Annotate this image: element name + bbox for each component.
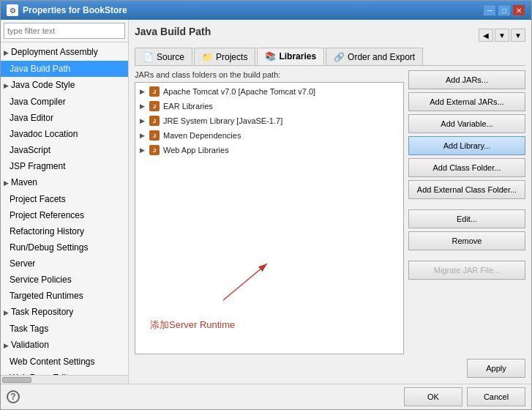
add-jars-button[interactable]: Add JARs... — [408, 70, 525, 89]
tree-item-java-editor[interactable]: Java Editor — [1, 110, 128, 126]
scrollbar-thumb — [2, 377, 31, 383]
tab-libraries-label: Libraries — [279, 51, 316, 61]
order-export-tab-icon: 🔗 — [334, 52, 345, 62]
tree-arrow: ▶ — [4, 176, 11, 190]
annotation-arrow — [150, 256, 311, 329]
tree-item-service-policies[interactable]: Service Policies — [1, 272, 128, 288]
tree-item-deployment-assembly[interactable]: ▶Deployment Assembly — [1, 44, 128, 61]
jar-icon: J — [149, 130, 160, 141]
tree-item-task-tags[interactable]: Task Tags — [1, 321, 128, 337]
tree-item-java-build-path[interactable]: Java Build Path — [1, 61, 128, 77]
annotation-text: 添加Server Runtime — [150, 318, 235, 332]
filter-input[interactable] — [4, 23, 125, 39]
remove-button[interactable]: Remove — [408, 231, 525, 250]
content-label: JARs and class folders on the build path… — [135, 70, 404, 79]
tab-order-export[interactable]: 🔗 Order and Export — [326, 48, 423, 65]
tab-libraries[interactable]: 📚 Libraries — [257, 48, 324, 65]
lib-expand-arrow: ▶ — [140, 132, 147, 139]
tree-item-javascript[interactable]: JavaScript — [1, 142, 128, 158]
title-bar: ⚙ Properties for BookStore ─ □ ✕ — [1, 1, 531, 20]
lib-expand-arrow: ▶ — [140, 146, 147, 154]
add-external-class-folder-button[interactable]: Add External Class Folder... — [408, 180, 525, 199]
action-buttons: Add JARs... Add External JARs... Add Var… — [408, 70, 525, 354]
cancel-button[interactable]: Cancel — [467, 387, 525, 406]
library-item-ear[interactable]: ▶ J EAR Libraries — [137, 99, 402, 113]
tree-item-validation[interactable]: ▶Validation — [1, 337, 128, 354]
tree-item-run-debug-settings[interactable]: Run/Debug Settings — [1, 239, 128, 256]
library-name: Apache Tomcat v7.0 [Apache Tomcat v7.0] — [163, 87, 315, 96]
menu-button[interactable]: ▼ — [511, 29, 525, 42]
projects-tab-icon: 📁 — [202, 52, 213, 62]
svg-line-1 — [223, 264, 267, 300]
panel-title: Java Build Path — [135, 26, 211, 40]
tree-list: ▶Deployment Assembly Java Build Path ▶Ja… — [1, 42, 128, 375]
tab-source[interactable]: 📄 Source — [135, 48, 192, 65]
library-name: Maven Dependencies — [163, 131, 241, 140]
tree-item-project-references[interactable]: Project References — [1, 207, 128, 223]
library-item-maven[interactable]: ▶ J Maven Dependencies — [137, 128, 402, 143]
add-library-button[interactable]: Add Library... — [408, 136, 525, 155]
lib-expand-arrow: ▶ — [140, 102, 147, 110]
tree-item-java-compiler[interactable]: Java Compiler — [1, 94, 128, 110]
library-item-tomcat[interactable]: ▶ J Apache Tomcat v7.0 [Apache Tomcat v7… — [137, 84, 402, 99]
library-name: JRE System Library [JavaSE-1.7] — [163, 116, 282, 125]
tree-item-project-facets[interactable]: Project Facets — [1, 191, 128, 207]
forward-button[interactable]: ▼ — [495, 29, 509, 42]
help-button[interactable]: ? — [7, 390, 20, 403]
content-area: JARs and class folders on the build path… — [135, 70, 525, 354]
tab-projects-label: Projects — [216, 52, 247, 62]
tree-item-web-page-editor[interactable]: Web Page Editor — [1, 370, 128, 375]
jar-icon: J — [149, 86, 160, 97]
close-button[interactable]: ✕ — [512, 4, 525, 16]
tab-projects[interactable]: 📁 Projects — [194, 48, 255, 65]
libraries-tree[interactable]: ▶ J Apache Tomcat v7.0 [Apache Tomcat v7… — [135, 82, 404, 354]
edit-button[interactable]: Edit... — [408, 209, 525, 228]
tree-arrow: ▶ — [4, 46, 11, 59]
library-name: EAR Libraries — [163, 102, 213, 111]
libraries-content: JARs and class folders on the build path… — [135, 70, 404, 354]
tree-item-jsp-fragment[interactable]: JSP Fragment — [1, 158, 128, 174]
tree-item-java-code-style[interactable]: ▶Java Code Style — [1, 77, 128, 94]
left-panel: ▶Deployment Assembly Java Build Path ▶Ja… — [1, 20, 129, 384]
source-tab-icon: 📄 — [143, 52, 154, 62]
add-external-jars-button[interactable]: Add External JARs... — [408, 92, 525, 111]
window-title: Properties for BookStore — [23, 5, 127, 15]
tree-item-javadoc-location[interactable]: Javadoc Location — [1, 126, 128, 142]
library-name: Web App Libraries — [163, 146, 229, 154]
tree-item-server[interactable]: Server — [1, 256, 128, 272]
add-variable-button[interactable]: Add Variable... — [408, 114, 525, 133]
libraries-tab-icon: 📚 — [265, 51, 276, 61]
apply-button[interactable]: Apply — [467, 359, 525, 378]
maximize-button[interactable]: □ — [498, 4, 511, 16]
tree-arrow: ▶ — [4, 339, 11, 352]
tree-item-task-repository[interactable]: ▶Task Repository — [1, 304, 128, 321]
horizontal-scrollbar[interactable] — [1, 375, 128, 384]
jar-icon: J — [149, 115, 160, 127]
tree-item-refactoring-history[interactable]: Refactoring History — [1, 223, 128, 239]
filter-box — [1, 20, 128, 42]
jar-icon: J — [149, 100, 160, 112]
ok-button[interactable]: OK — [404, 387, 462, 406]
tabs-bar: 📄 Source 📁 Projects 📚 Libraries 🔗 Order … — [135, 48, 525, 66]
minimize-button[interactable]: ─ — [483, 4, 496, 16]
tree-item-targeted-runtimes[interactable]: Targeted Runtimes — [1, 288, 128, 304]
window-icon: ⚙ — [7, 4, 18, 16]
lib-expand-arrow: ▶ — [140, 117, 147, 124]
tree-item-maven[interactable]: ▶Maven — [1, 174, 128, 191]
jar-icon: J — [149, 144, 160, 156]
lib-expand-arrow: ▶ — [140, 88, 147, 95]
add-class-folder-button[interactable]: Add Class Folder... — [408, 158, 525, 177]
tree-arrow: ▶ — [4, 79, 11, 92]
main-window: ⚙ Properties for BookStore ─ □ ✕ ▶Deploy… — [0, 0, 532, 410]
window-controls: ─ □ ✕ — [483, 4, 525, 16]
library-item-webapp[interactable]: ▶ J Web App Libraries — [137, 143, 402, 157]
right-panel: Java Build Path ◀ ▼ ▼ 📄 Source 📁 Project… — [129, 20, 531, 384]
migrate-jar-button[interactable]: Migrate JAR File... — [408, 261, 525, 280]
tree-item-web-content-settings[interactable]: Web Content Settings — [1, 354, 128, 370]
tab-order-export-label: Order and Export — [348, 52, 415, 62]
tab-source-label: Source — [157, 52, 184, 62]
tree-arrow: ▶ — [4, 306, 11, 319]
back-button[interactable]: ◀ — [479, 29, 493, 42]
library-item-jre[interactable]: ▶ J JRE System Library [JavaSE-1.7] — [137, 113, 402, 128]
